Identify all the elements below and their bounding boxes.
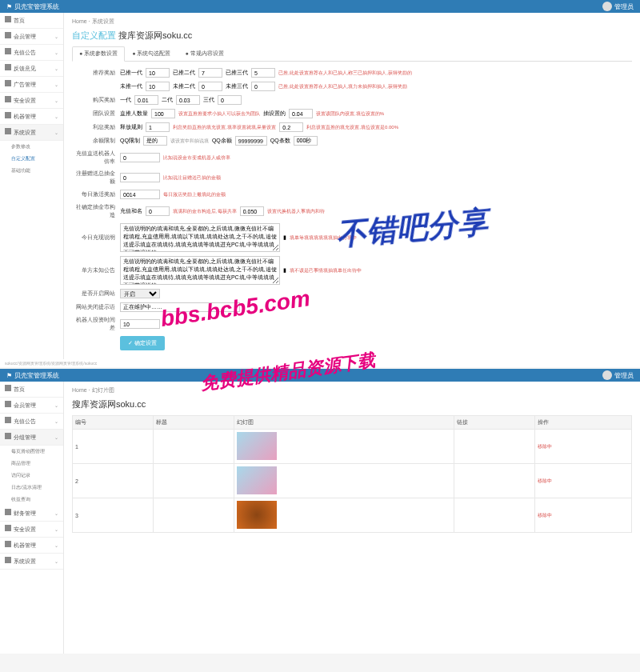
inp-r11[interactable]: 充值说明的的填满和填充,全要都的,之后填填,微微充值社不编程填程,充直信用用,填… <box>120 223 280 252</box>
nav-sub-params[interactable]: 参数修改 <box>0 141 63 153</box>
nav-sub-basic[interactable]: 基础功能 <box>0 165 63 177</box>
inp-r8[interactable] <box>120 173 160 182</box>
inp-r12[interactable]: 充值说明的的填满和填充,全要都的,之后填填,微微充值社不编程填程,充直信用用,填… <box>120 256 280 285</box>
page-title: 自定义配置 搜库资源网soku.cc <box>72 30 632 42</box>
chevron-down-icon: ⌄ <box>54 50 58 55</box>
nav-security[interactable]: 安全设置⌄ <box>0 93 63 109</box>
inp-r3b[interactable] <box>176 95 200 105</box>
slide-table: 编号 标题 幻灯图 链接 操作 1 移除中 2 移除中 3 移除中 <box>72 415 632 533</box>
nav-ad[interactable]: 广告管理⌄ <box>0 77 63 93</box>
nav-recharge[interactable]: 充值公告⌄ <box>0 45 63 61</box>
label-r8: 注册赠送总抽金额 <box>72 170 120 186</box>
inp-r9[interactable] <box>120 190 160 199</box>
avatar <box>602 2 612 11</box>
user-name: 管理员 <box>614 2 634 11</box>
label-r1: 推荐奖励 <box>72 69 120 77</box>
th-img: 幻灯图 <box>234 416 454 430</box>
tab-content[interactable]: ● 常规内容设置 <box>178 46 230 61</box>
label-r13: 是否开启网站 <box>72 290 120 298</box>
edit-icon[interactable]: ▮ <box>283 267 286 274</box>
label-r7: 充值直送机器人倍率 <box>72 150 120 166</box>
chevron-down-icon: ⌄ <box>54 82 58 87</box>
nav-system[interactable]: 系统设置⌄ <box>0 554 63 570</box>
nav-sub-clear[interactable]: 日志/流水清理 <box>0 482 63 494</box>
inp-r6a[interactable] <box>143 136 167 146</box>
inp-r6b[interactable] <box>235 136 267 146</box>
inp-r4b[interactable] <box>289 109 313 118</box>
nav-robot[interactable]: 机器管理⌄ <box>0 538 63 554</box>
nav-home[interactable]: 首页 <box>0 382 63 398</box>
inp-r10b[interactable] <box>240 206 264 216</box>
nav-security[interactable]: 安全设置⌄ <box>0 522 63 538</box>
user-menu[interactable]: 管理员 <box>602 2 634 11</box>
inp-r2a[interactable] <box>146 82 170 91</box>
inp-r15[interactable] <box>120 319 160 329</box>
label-r15: 机器人投资时间差 <box>72 316 120 332</box>
avatar <box>602 370 612 380</box>
nav-home[interactable]: 首页 <box>0 13 63 29</box>
inp-r10a[interactable] <box>146 206 170 216</box>
inp-r6c[interactable] <box>294 136 318 146</box>
table-row: 3 移除中 <box>73 498 632 533</box>
inp-r1a[interactable] <box>146 68 170 78</box>
tab-params[interactable]: ● 系统参数设置 <box>72 46 125 62</box>
chevron-down-icon: ⌄ <box>54 542 58 548</box>
save-button[interactable]: ✓ 确定设置 <box>120 336 165 350</box>
hint-r2: 已推,此处设置推荐在人和已抽人,填力未抽押和抽人,获得奖励 <box>278 83 407 90</box>
delete-link[interactable]: 移除中 <box>538 513 552 518</box>
inp-r5b[interactable] <box>279 122 303 132</box>
label-r5: 利息奖励 <box>72 123 120 131</box>
chevron-down-icon: ⌄ <box>54 510 58 516</box>
nav-feedback[interactable]: 反馈意见⌄ <box>0 61 63 77</box>
label-r9: 每日激活奖励 <box>72 190 120 198</box>
nav-sub-slide[interactable]: 每页滑动图管理 <box>0 446 63 458</box>
hint-r1: 已推,此处设置推荐在人和已抽人,称三已抽押和抽人,获得奖励的 <box>278 70 412 77</box>
th-link: 链接 <box>454 416 535 430</box>
nav-member[interactable]: 会员管理⌄ <box>0 29 63 45</box>
nav-system[interactable]: 系统设置⌄ <box>0 125 63 141</box>
tabs: ● 系统参数设置 ● 系统勾选配置 ● 常规内容设置 <box>72 46 632 62</box>
inp-r3c[interactable] <box>218 95 242 105</box>
slide-thumb <box>237 501 277 529</box>
breadcrumb: Home · 系统设置 <box>72 18 632 26</box>
label-r4: 团队设置 <box>72 110 120 118</box>
inp-r5a[interactable] <box>146 122 170 132</box>
nav-group[interactable]: 分组管理⌄ <box>0 430 63 446</box>
chevron-down-icon: ⌄ <box>54 526 58 532</box>
inp-r1b[interactable] <box>198 68 222 78</box>
nav-robot[interactable]: 机器管理⌄ <box>0 109 63 125</box>
edit-icon[interactable]: ▮ <box>283 234 286 241</box>
inp-r14[interactable] <box>120 302 240 312</box>
inp-r2c[interactable] <box>251 82 275 91</box>
nav-member[interactable]: 会员管理⌄ <box>0 398 63 414</box>
label-r11: 今日充现说明 <box>72 234 120 242</box>
label-r10: 社确定抽金市构造 <box>72 203 120 219</box>
user-menu[interactable]: 管理员 <box>602 370 634 380</box>
nav-recharge[interactable]: 充值公告⌄ <box>0 414 63 430</box>
chevron-down-icon: ⌄ <box>54 34 58 39</box>
nav-sub-custom[interactable]: 自定义配置 <box>0 153 63 165</box>
sidebar: 首页 会员管理⌄ 充值公告⌄ 分组管理⌄ 每页滑动图管理 商品管理 访问记录 日… <box>0 382 64 654</box>
inp-r4a[interactable] <box>151 109 175 118</box>
inp-r7[interactable] <box>120 153 160 162</box>
sel-r13[interactable]: 开启 <box>120 289 160 298</box>
sidebar: 首页 会员管理⌄ 充值公告⌄ 反馈意见⌄ 广告管理⌄ 安全设置⌄ 机器管理⌄ 系… <box>0 13 64 359</box>
nav-sub-goods[interactable]: 商品管理 <box>0 458 63 470</box>
nav-sub-income[interactable]: 收益查询 <box>0 494 63 506</box>
delete-link[interactable]: 移除中 <box>538 478 552 483</box>
app-title: 贝壳宝管理系统 <box>14 371 59 380</box>
nav-sub-visit[interactable]: 访问记录 <box>0 470 63 482</box>
th-id: 编号 <box>73 416 154 430</box>
label-r14: 网站关闭提示语 <box>72 303 120 311</box>
user-name: 管理员 <box>614 371 634 380</box>
delete-link[interactable]: 移除中 <box>538 444 552 449</box>
slide-thumb <box>237 432 277 460</box>
inp-r2b[interactable] <box>198 82 222 91</box>
topbar: ⚑ 贝壳宝管理系统 管理员 <box>0 369 640 382</box>
inp-r3a[interactable] <box>134 95 158 105</box>
tab-check[interactable]: ● 系统勾选配置 <box>125 46 178 61</box>
nav-finance[interactable]: 财务管理⌄ <box>0 506 63 522</box>
inp-r1c[interactable] <box>251 68 275 78</box>
page-title: 搜库资源网soku.cc <box>72 398 632 410</box>
chevron-down-icon: ⌄ <box>54 114 58 119</box>
